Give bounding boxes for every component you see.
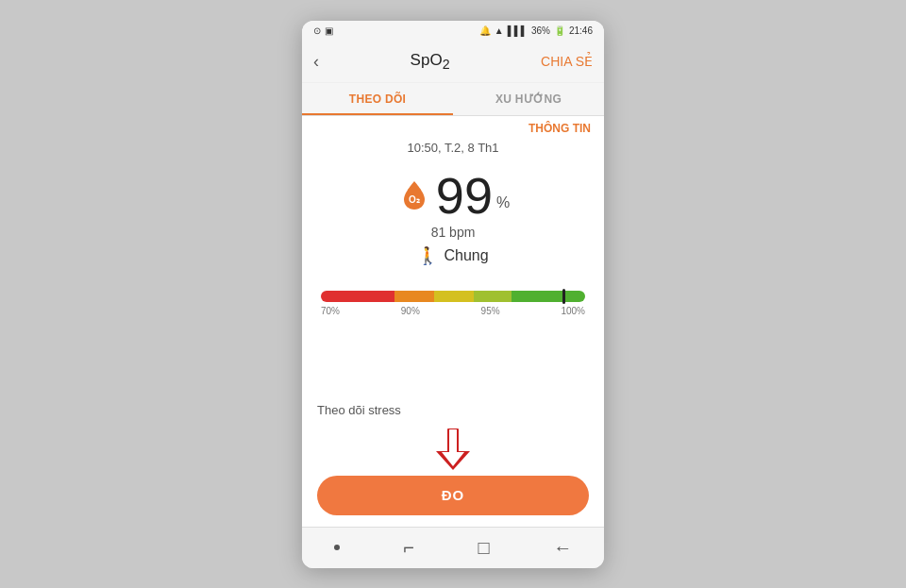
reading-area: O₂ 99 % 81 bpm 🚶 Chung: [302, 164, 604, 276]
bar-labels: 70% 90% 95% 100%: [321, 306, 585, 316]
spo2-value: 99: [436, 170, 493, 221]
top-nav: ‹ SpO2 CHIA SẺ: [302, 42, 604, 83]
bottom-section: Theo dõi stress: [302, 394, 604, 527]
nav-square-icon[interactable]: □: [478, 537, 490, 559]
datetime-label: 10:50, T.2, 8 Th1: [302, 137, 604, 164]
bar-label-95: 95%: [481, 306, 500, 316]
bpm-value: 81 bpm: [431, 225, 476, 240]
spacer: [302, 320, 604, 394]
tab-xu-huong[interactable]: XU HƯỚNG: [453, 83, 604, 115]
svg-rect-4: [449, 429, 457, 452]
reading-main: O₂ 99 %: [396, 170, 510, 221]
svg-text:O₂: O₂: [409, 194, 420, 205]
nav-back-icon[interactable]: ←: [553, 537, 572, 559]
msg-icon: ▣: [325, 25, 333, 36]
status-label: Chung: [444, 247, 488, 264]
main-content: THÔNG TIN 10:50, T.2, 8 Th1 O₂ 99 % 81 b…: [302, 116, 604, 527]
mute-icon: 🔔: [479, 25, 491, 36]
wifi-icon: ▲: [495, 25, 504, 36]
thong-tin-button[interactable]: THÔNG TIN: [302, 116, 604, 137]
nav-bar: ⌐ □ ←: [302, 527, 604, 568]
back-button[interactable]: ‹: [313, 52, 319, 72]
color-bar-wrapper: [321, 291, 585, 302]
page-title: SpO2: [411, 51, 450, 72]
down-arrow-icon: [430, 425, 476, 474]
signal-icon: ▌▌▌: [508, 25, 528, 36]
clock: 21:46: [569, 25, 593, 36]
nav-corner-icon[interactable]: ⌐: [403, 537, 414, 559]
sim-icon: ⊙: [313, 25, 321, 36]
battery-icon: 🔋: [554, 25, 565, 36]
arrow-area: [317, 425, 589, 474]
status-bar: ⊙ ▣ 🔔 ▲ ▌▌▌ 36% 🔋 21:46: [302, 21, 604, 42]
status-right: 🔔 ▲ ▌▌▌ 36% 🔋 21:46: [479, 25, 593, 36]
stress-label: Theo dõi stress: [317, 403, 589, 417]
spo2-drop-icon: O₂: [396, 177, 432, 213]
share-button[interactable]: CHIA SẺ: [541, 54, 593, 69]
color-bar-section: 70% 90% 95% 100%: [302, 276, 604, 320]
bar-label-70: 70%: [321, 306, 340, 316]
measure-button[interactable]: ĐO: [317, 476, 589, 515]
bar-label-100: 100%: [561, 306, 585, 316]
status-left: ⊙ ▣: [313, 25, 333, 36]
status-row: 🚶 Chung: [417, 245, 488, 266]
phone-frame: ⊙ ▣ 🔔 ▲ ▌▌▌ 36% 🔋 21:46 ‹ SpO2 CHIA SẺ T…: [302, 21, 604, 568]
bar-marker: [562, 289, 565, 304]
bar-label-90: 90%: [401, 306, 420, 316]
spo2-unit: %: [496, 194, 510, 211]
person-icon: 🚶: [417, 245, 438, 266]
color-bar: [321, 291, 585, 302]
battery-level: 36%: [531, 25, 550, 36]
tab-theo-doi[interactable]: THEO DÕI: [302, 83, 453, 115]
tabs-container: THEO DÕI XU HƯỚNG: [302, 83, 604, 116]
nav-dot-icon[interactable]: [334, 545, 340, 550]
